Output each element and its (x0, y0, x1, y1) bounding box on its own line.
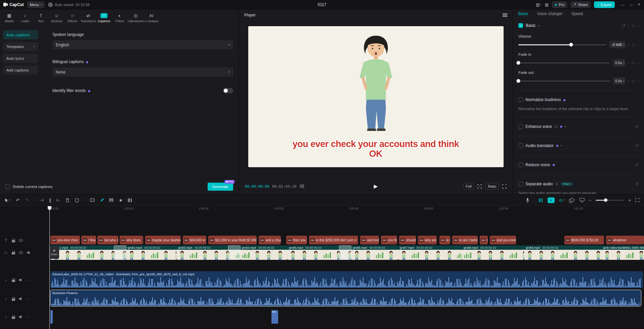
media-tab-captions[interactable]: ≡Captions (96, 13, 112, 23)
transition-overlay[interactable] (114, 245, 126, 260)
next-keyframe-icon[interactable]: › (637, 61, 639, 65)
play-button[interactable]: ▶ (374, 183, 378, 189)
select-tool-button[interactable]: ▾ (5, 198, 11, 202)
full-quality-button[interactable]: Full (463, 183, 474, 190)
media-tab-ai-avatars[interactable]: AIAI avatars (143, 13, 159, 23)
caption-clip[interactable]: A≡$500,000 $750,00 (564, 236, 604, 244)
reset-icon[interactable]: ↺ (635, 124, 639, 129)
caption-clip[interactable]: A≡$34,000 in yo (183, 236, 206, 244)
caption-clip[interactable]: A≡shouldn' (399, 236, 416, 244)
reset-icon[interactable]: ↺ (635, 162, 639, 167)
undo-button[interactable]: ↶ (16, 198, 20, 203)
reset-icon[interactable]: ↺ (622, 23, 625, 28)
reduce-noise-checkbox[interactable] (518, 162, 523, 167)
tab-basic[interactable]: Basic (518, 11, 528, 16)
fit-timeline-button[interactable] (635, 198, 639, 202)
audio-clip-small[interactable]: swi (271, 310, 278, 324)
caption-clip[interactable]: A≡is th (439, 236, 450, 244)
player-menu-icon[interactable] (503, 13, 507, 17)
next-keyframe-icon[interactable]: › (637, 79, 639, 83)
stepper-down-icon[interactable]: ▾ (623, 81, 624, 83)
pro-button[interactable]: ◆ Pro (552, 1, 567, 8)
cover-button[interactable]: Cover (49, 246, 59, 259)
transition-overlay[interactable] (228, 245, 241, 260)
transition-overlay[interactable] (339, 245, 351, 260)
caption-clip[interactable]: A≡you fee (381, 236, 397, 244)
preview-display-button[interactable] (579, 198, 585, 202)
layout-panels-button[interactable]: ▥ ▾ (536, 2, 542, 7)
caption-clip[interactable]: A≡and a chunk (259, 236, 281, 244)
caption-clip[interactable]: A≡you ever chec (50, 236, 80, 244)
caption-clip[interactable]: A≡why does (120, 236, 143, 244)
lock-icon[interactable] (12, 240, 15, 242)
next-keyframe-icon[interactable]: › (637, 23, 639, 28)
sidebar-item-auto-lyrics[interactable]: Auto lyrics (3, 54, 38, 63)
fade-out-value[interactable]: 0.0s ▴▾ (613, 77, 625, 85)
speaker-icon[interactable] (19, 315, 23, 319)
speaker-icon[interactable] (19, 278, 23, 282)
close-button[interactable]: ✕ (638, 2, 641, 7)
keyframe-icon[interactable]: ◇ (632, 43, 635, 47)
tab-speed[interactable]: Speed (571, 11, 583, 16)
volume-slider[interactable] (518, 44, 606, 45)
split-button[interactable]: ∥ (49, 198, 51, 203)
media-tab-media[interactable]: ▦Media (1, 13, 17, 23)
more-options-icon[interactable]: ··· (26, 315, 31, 319)
ratio-button[interactable]: Ratio (485, 183, 499, 190)
sidebar-item-auto-captions[interactable]: Auto captions (3, 30, 38, 39)
fade-out-slider[interactable] (518, 81, 610, 82)
timeline-ruler[interactable]: 00:0000:1000:2000:3000:4000:5001:0001:10 (0, 206, 644, 211)
chevron-down-icon[interactable]: ▾ (570, 183, 571, 185)
eye-icon[interactable] (19, 239, 23, 242)
media-tab-text[interactable]: TText (33, 13, 49, 23)
caption-overlay[interactable]: you ever check your accounts and think O… (248, 139, 504, 158)
media-tab-stickers[interactable]: ☺Stickers (49, 13, 65, 23)
fade-in-value[interactable]: 0.0s ▴▾ (613, 59, 625, 66)
caption-clip[interactable]: A≡whatever (606, 236, 644, 244)
caption-clip[interactable]: A≡maybe your dashboar (145, 236, 181, 244)
media-tab-adjustment[interactable]: ◎Adjustment (128, 13, 143, 23)
caption-clip[interactable]: A≡I fina (81, 236, 96, 244)
insert-frame-button[interactable] (90, 198, 95, 202)
frame-view-icon[interactable] (300, 185, 304, 188)
minimize-button[interactable]: — (621, 3, 625, 7)
redo-button[interactable]: ↷ (25, 198, 29, 203)
stepper-down-icon[interactable]: ▾ (623, 63, 624, 64)
bilingual-captions-select[interactable]: None ▾ (52, 67, 233, 77)
delete-left-button[interactable]: ⊣ (40, 198, 43, 203)
identify-filler-words-toggle[interactable] (223, 88, 233, 93)
media-tab-transitions[interactable]: ⇄Transitions (80, 13, 96, 23)
playhead[interactable] (49, 206, 50, 329)
caption-clip[interactable]: A≡and inste (360, 236, 379, 244)
generate-button[interactable]: Generate ◆ Pro (208, 183, 233, 191)
media-tab-effects[interactable]: ☆Effects (65, 13, 80, 23)
chevron-down-icon[interactable]: ▾ (565, 125, 566, 128)
caption-clip[interactable]: A≡and you insta (490, 236, 516, 244)
prev-keyframe-icon[interactable]: ‹ (628, 23, 629, 28)
sidebar-item-templates[interactable]: Templates▾ (3, 42, 38, 51)
music-clip[interactable]: Business Finance (50, 290, 641, 306)
audio-translator-checkbox[interactable] (518, 143, 523, 148)
zoom-out-button[interactable]: − (589, 198, 592, 203)
video-clip[interactable]: grok-video-be4bfeb1-3600-4657- (601, 245, 644, 260)
keyframe-icon[interactable]: ◇ (632, 79, 635, 83)
lock-icon[interactable] (12, 317, 15, 319)
caption-clip[interactable]: A≡or am I behin (452, 236, 478, 244)
delete-right-button[interactable]: ⊢ (56, 198, 60, 203)
more-options-icon[interactable]: ··· (26, 278, 31, 282)
menu-button[interactable]: Menu ▾ (27, 1, 45, 8)
prev-keyframe-icon[interactable]: ‹ (628, 61, 629, 65)
fade-in-slider[interactable] (518, 62, 610, 63)
video-clip[interactable]: grok7.mp400:00:06:02 (398, 245, 462, 260)
magic-wand-button[interactable]: ★ (119, 198, 123, 203)
sidebar-item-add-captions[interactable]: Add captions (3, 65, 38, 75)
record-voiceover-button[interactable] (525, 198, 530, 203)
voiceover-clip[interactable]: ElevenLabs_2026-01-17T04_21_39_Adam - Do… (50, 271, 643, 288)
reset-icon[interactable]: ↺ (635, 182, 639, 186)
reset-icon[interactable]: ↺ (635, 143, 639, 148)
caption-clip[interactable]: A≡$11,000 in your Roth $7,800 (208, 236, 257, 244)
eye-icon[interactable] (19, 251, 23, 254)
lock-icon[interactable] (12, 252, 15, 254)
basic-section-checkbox[interactable]: ✓ (518, 23, 523, 28)
mask-button[interactable] (75, 198, 79, 202)
